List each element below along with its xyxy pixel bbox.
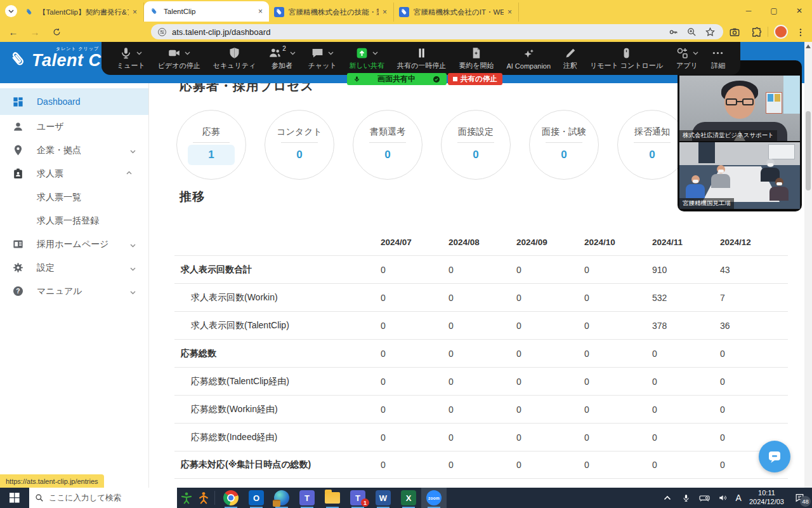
tab-close-icon[interactable]: × bbox=[257, 7, 264, 16]
sidebar-item-マニュアル[interactable]: ?マニュアル bbox=[0, 279, 148, 303]
participant-video-1[interactable]: 株式会社広済堂ビジネスサポート bbox=[679, 76, 800, 141]
browser-tab[interactable]: TalentClip× bbox=[144, 1, 269, 22]
zoom-toolbar-label: ミュート bbox=[117, 61, 145, 70]
chevron-down-icon[interactable] bbox=[369, 46, 378, 58]
trend-cell-value: 0 bbox=[381, 293, 449, 303]
url-text[interactable]: ats.talent-clip.jp/dashboard bbox=[172, 27, 668, 37]
tray-speaker-icon[interactable] bbox=[717, 493, 728, 504]
tab-close-icon[interactable]: × bbox=[131, 8, 138, 17]
extensions-icon[interactable] bbox=[750, 26, 763, 39]
sidebar-item-設定[interactable]: 設定 bbox=[0, 256, 148, 279]
zoom-toolbar-video-camera[interactable]: ビデオの停止 bbox=[158, 46, 200, 70]
trend-column-header: 2024/12 bbox=[720, 237, 788, 247]
participant-video-2[interactable]: 宮腰精機国見工場 bbox=[679, 142, 800, 209]
profile-avatar[interactable] bbox=[774, 25, 788, 39]
zoom-toolbar-more-dots[interactable]: 詳細 bbox=[711, 46, 725, 70]
chevron-down-icon[interactable] bbox=[324, 46, 334, 58]
zoom-toolbar-chat-bubble[interactable]: チャット bbox=[308, 46, 337, 70]
zoom-toolbar-share-up-arrow[interactable]: 新しい共有 bbox=[350, 46, 385, 70]
tab-close-icon[interactable]: × bbox=[506, 8, 513, 17]
tray-clock[interactable]: 10:11 2024/12/03 bbox=[749, 489, 784, 507]
zoom-toolbar-ai-sparkle[interactable]: AI Companion bbox=[506, 48, 551, 70]
screen-capture-icon[interactable] bbox=[728, 26, 741, 39]
browser-tab[interactable]: 宮腰精機株式会社のIT・WEB・ゲ× bbox=[394, 3, 519, 22]
maximize-button[interactable]: ▢ bbox=[761, 0, 787, 22]
reload-icon[interactable] bbox=[49, 25, 63, 39]
funnel-stage-count[interactable]: 0 bbox=[276, 145, 323, 165]
chevron-down-icon[interactable] bbox=[181, 46, 190, 58]
browser-tab[interactable]: 【TalentClip】契約書発行&アカウ× bbox=[19, 3, 144, 22]
key-icon[interactable] bbox=[668, 27, 679, 37]
chevron-down-icon[interactable] bbox=[286, 46, 296, 58]
tray-chevron-up-icon[interactable] bbox=[662, 493, 673, 504]
close-button[interactable]: ✕ bbox=[787, 0, 812, 22]
zoom-in-icon[interactable] bbox=[686, 27, 697, 37]
support-chat-button[interactable] bbox=[759, 441, 790, 472]
browser-menu-icon[interactable] bbox=[794, 26, 807, 39]
taskbar-app-edge-work[interactable] bbox=[269, 488, 294, 508]
chevron-down-icon[interactable] bbox=[689, 46, 698, 58]
sidebar-item-求人票[interactable]: 求人票 bbox=[0, 162, 148, 185]
accessibility-orange-icon[interactable] bbox=[196, 489, 211, 507]
room-person bbox=[711, 165, 730, 188]
gear-icon bbox=[11, 262, 24, 274]
zoom-toolbar-pause[interactable]: 共有の一時停止 bbox=[397, 46, 446, 70]
stop-share-button[interactable]: 共有の停止 bbox=[448, 73, 502, 85]
back-icon[interactable]: ← bbox=[6, 25, 20, 39]
site-settings-icon[interactable] bbox=[157, 27, 167, 37]
trend-cell-value: 0 bbox=[584, 432, 652, 443]
screen-sharing-indicator: 画面共有中 bbox=[347, 73, 447, 85]
scrollbar-up-arrow[interactable] bbox=[806, 44, 811, 48]
zoom-toolbar-apps[interactable]: アプリ bbox=[676, 46, 698, 70]
minimize-button[interactable]: ─ bbox=[736, 0, 761, 22]
chevron-down-icon[interactable] bbox=[133, 46, 142, 58]
start-button[interactable] bbox=[0, 488, 29, 508]
taskbar-app-chrome[interactable] bbox=[218, 488, 244, 508]
browser-tab[interactable]: 宮腰精機株式会社の技能・製造× bbox=[269, 3, 394, 22]
sidebar-item-ユーザ[interactable]: ユーザ bbox=[0, 115, 148, 138]
sidebar-item-求人票一括登録[interactable]: 求人票一括登録 bbox=[0, 209, 148, 232]
forward-icon[interactable]: → bbox=[28, 25, 42, 39]
ime-indicator[interactable]: A bbox=[736, 493, 742, 503]
taskbar-app-outlook[interactable]: O bbox=[244, 488, 269, 508]
zoom-toolbar-shield[interactable]: セキュリティ bbox=[213, 46, 256, 70]
zoom-toolbar-microphone[interactable]: ミュート bbox=[117, 46, 145, 70]
accessibility-green-icon[interactable] bbox=[179, 489, 194, 507]
taskbar-app-excel[interactable]: X bbox=[396, 488, 421, 508]
funnel-stage-count[interactable]: 0 bbox=[629, 145, 676, 165]
sidebar-item-企業・拠点[interactable]: 企業・拠点 bbox=[0, 138, 148, 162]
funnel-stage-count[interactable]: 1 bbox=[188, 145, 235, 165]
funnel-stage: 採否通知0 bbox=[617, 110, 687, 180]
sidebar-item-採用ホームページ[interactable]: 採用ホームページ bbox=[0, 232, 148, 256]
taskbar-app-teams-chat[interactable]: T1 bbox=[345, 488, 370, 508]
action-center-icon[interactable]: 48 bbox=[792, 491, 807, 505]
url-omnibox[interactable]: ats.talent-clip.jp/dashboard bbox=[151, 24, 723, 39]
tab-title: 宮腰精機株式会社のIT・WEB・ゲ bbox=[414, 8, 504, 17]
page-scrollbar[interactable] bbox=[804, 42, 812, 488]
funnel-stage-count[interactable]: 0 bbox=[364, 145, 411, 165]
zoom-toolbar-label: 詳細 bbox=[711, 61, 725, 70]
sidebar-item-求人票一覧[interactable]: 求人票一覧 bbox=[0, 185, 148, 209]
zoom-toolbar-pencil[interactable]: 注釈 bbox=[563, 46, 577, 70]
taskbar-app-zoom[interactable]: zoom bbox=[421, 488, 447, 508]
zoom-toolbar-participants[interactable]: 2参加者 bbox=[268, 46, 296, 70]
scrollbar-thumb[interactable] bbox=[806, 111, 811, 190]
sidebar-item-label: 求人票一括登録 bbox=[37, 215, 99, 227]
tray-projector-icon[interactable] bbox=[699, 493, 710, 504]
trend-column-header: 2024/10 bbox=[584, 237, 652, 247]
zoom-toolbar-summary-doc[interactable]: 要約を開始 bbox=[459, 46, 494, 70]
taskbar-search-box[interactable]: ここに入力して検索 bbox=[29, 488, 177, 508]
zoom-toolbar-remote-mouse[interactable]: リモート コントロール bbox=[590, 46, 663, 70]
funnel-stage-label: コンタクト bbox=[277, 126, 322, 138]
taskbar-app-word[interactable]: W bbox=[370, 488, 396, 508]
tab-close-icon[interactable]: × bbox=[381, 8, 388, 17]
taskbar-app-file-explorer[interactable] bbox=[320, 488, 345, 508]
funnel-stage-count[interactable]: 0 bbox=[452, 145, 499, 165]
funnel-stage-count[interactable]: 0 bbox=[540, 145, 587, 165]
taskbar-app-teams[interactable]: T bbox=[294, 488, 320, 508]
zoom-video-panel[interactable]: 株式会社広済堂ビジネスサポート 宮腰精機国見工場 bbox=[678, 60, 802, 211]
tray-microphone-icon[interactable] bbox=[681, 493, 691, 504]
sidebar-item-Dashboard[interactable]: Dashboard bbox=[0, 88, 148, 115]
bookmark-star-icon[interactable] bbox=[705, 27, 716, 37]
tab-search-button[interactable] bbox=[5, 5, 17, 17]
